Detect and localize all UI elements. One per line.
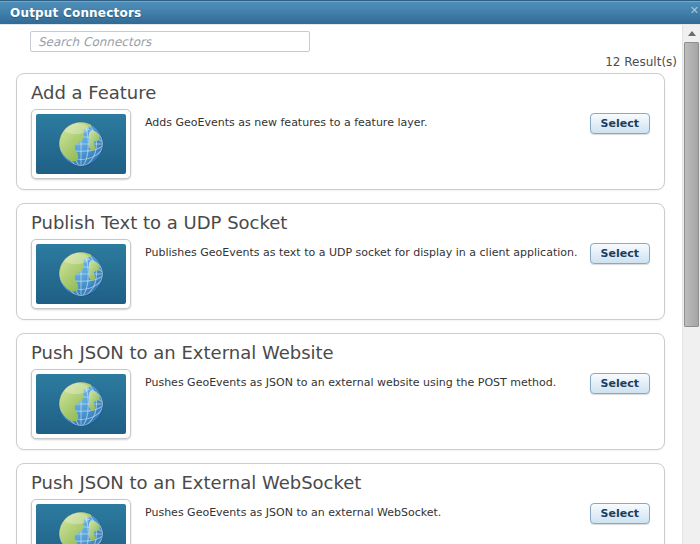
connector-card: Push JSON to an External Website xyxy=(16,333,665,450)
globe-thumbnail-background xyxy=(36,114,126,174)
dialog-content: 12 Result(s) Add a Feature xyxy=(0,25,682,544)
connector-title: Push JSON to an External Website xyxy=(31,342,650,363)
output-connectors-dialog: Output Connectors ✕ 12 Result(s) Add a F… xyxy=(0,0,700,544)
connector-card: Publish Text to a UDP Socket xyxy=(16,203,665,320)
connector-title: Push JSON to an External WebSocket xyxy=(31,472,650,493)
search-input[interactable] xyxy=(30,31,310,52)
scrollbar-thumb[interactable] xyxy=(684,42,699,327)
connector-card: Push JSON to an External WebSocket xyxy=(16,463,665,544)
close-icon[interactable]: ✕ xyxy=(690,5,699,16)
connector-thumbnail xyxy=(31,239,131,309)
globe-icon xyxy=(55,118,107,170)
connector-description: Adds GeoEvents as new features to a feat… xyxy=(131,109,590,130)
connector-thumbnail xyxy=(31,499,131,544)
connector-thumbnail xyxy=(31,109,131,179)
results-count: 12 Result(s) xyxy=(605,55,677,69)
scroll-up-arrow-icon xyxy=(688,31,696,36)
connector-list: Add a Feature xyxy=(16,73,665,544)
select-button[interactable]: Select xyxy=(590,373,650,394)
connector-title: Publish Text to a UDP Socket xyxy=(31,212,650,233)
connector-description: Pushes GeoEvents as JSON to an external … xyxy=(131,369,590,390)
dialog-title: Output Connectors xyxy=(10,6,141,20)
globe-icon xyxy=(55,508,107,544)
connector-thumbnail xyxy=(31,369,131,439)
select-button[interactable]: Select xyxy=(590,243,650,264)
connector-card: Add a Feature xyxy=(16,73,665,190)
scroll-up-button[interactable] xyxy=(683,25,700,41)
globe-icon xyxy=(55,378,107,430)
connector-card-body: Pushes GeoEvents as JSON to an external … xyxy=(31,369,650,439)
globe-icon xyxy=(55,248,107,300)
connector-card-body: Publishes GeoEvents as text to a UDP soc… xyxy=(31,239,650,309)
connector-description: Publishes GeoEvents as text to a UDP soc… xyxy=(131,239,590,260)
select-button[interactable]: Select xyxy=(590,113,650,134)
connector-title: Add a Feature xyxy=(31,82,650,103)
globe-thumbnail-background xyxy=(36,504,126,544)
connector-description: Pushes GeoEvents as JSON to an external … xyxy=(131,499,590,520)
connector-card-body: Pushes GeoEvents as JSON to an external … xyxy=(31,499,650,544)
select-button[interactable]: Select xyxy=(590,503,650,524)
connector-card-body: Adds GeoEvents as new features to a feat… xyxy=(31,109,650,179)
vertical-scrollbar[interactable] xyxy=(682,25,700,544)
dialog-titlebar[interactable]: Output Connectors ✕ xyxy=(0,0,700,25)
globe-thumbnail-background xyxy=(36,374,126,434)
globe-thumbnail-background xyxy=(36,244,126,304)
